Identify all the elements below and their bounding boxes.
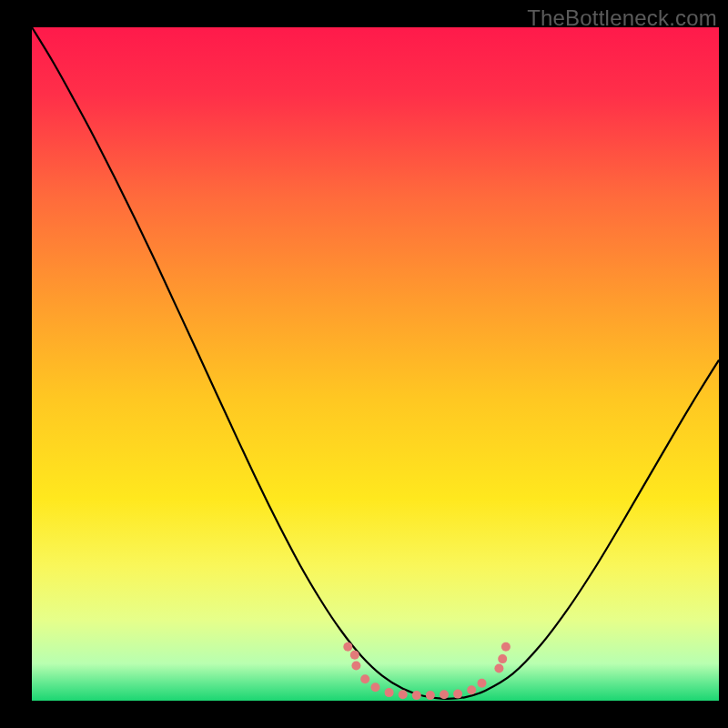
plot-area: [32, 27, 719, 701]
svg-rect-0: [32, 27, 719, 701]
background-gradient: [32, 27, 719, 701]
chart-container: TheBottleneck.com: [0, 0, 728, 728]
